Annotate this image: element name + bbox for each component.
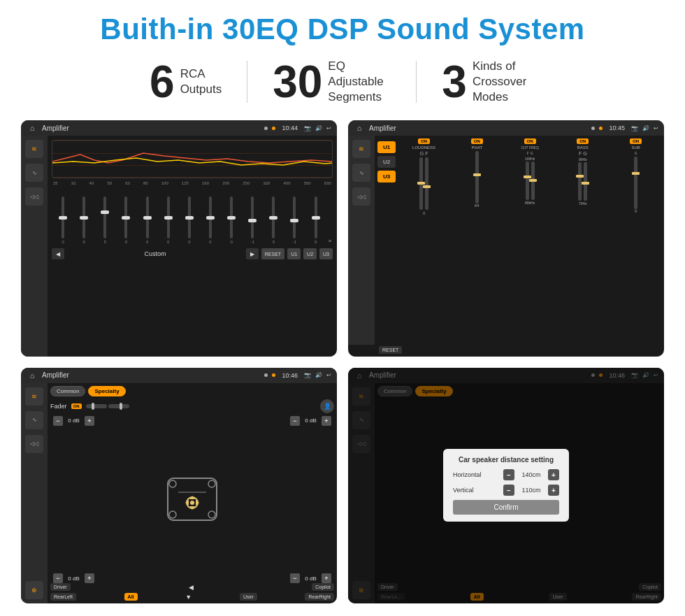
db-plus-tr[interactable]: + bbox=[322, 416, 331, 426]
slider-track[interactable] bbox=[167, 196, 170, 238]
eq-filter-btn[interactable]: ≋ bbox=[25, 140, 43, 158]
eq-wave-btn[interactable]: ∿ bbox=[25, 164, 43, 182]
vertical-minus[interactable]: − bbox=[503, 485, 514, 496]
eq-filter-btn-3[interactable]: ≋ bbox=[25, 387, 43, 406]
slider-thumb[interactable] bbox=[101, 210, 109, 214]
home-icon-3[interactable]: ⌂ bbox=[27, 370, 38, 381]
slider-thumb[interactable] bbox=[80, 216, 88, 220]
db-bot-right: − 0 dB + bbox=[290, 573, 331, 583]
copilot-btn[interactable]: Copilot bbox=[312, 583, 334, 591]
slider-thumb[interactable] bbox=[206, 216, 215, 220]
u2-inactive-btn[interactable]: U2 bbox=[377, 156, 396, 168]
slider-thumb[interactable] bbox=[227, 216, 236, 220]
dot4 bbox=[599, 127, 603, 130]
b-thumb2[interactable] bbox=[582, 182, 589, 185]
slider-track[interactable] bbox=[124, 196, 127, 238]
ls-thumb2[interactable] bbox=[423, 185, 431, 188]
b-thumb1[interactable] bbox=[576, 175, 584, 178]
slider-track[interactable] bbox=[230, 196, 233, 238]
vertical-plus[interactable]: + bbox=[548, 485, 559, 496]
u2-btn[interactable]: U2 bbox=[303, 248, 317, 259]
db-plus-tl[interactable]: + bbox=[85, 416, 94, 426]
tab-specialty[interactable]: Specialty bbox=[88, 386, 125, 396]
db-minus-tl[interactable]: − bbox=[53, 416, 63, 426]
reset-btn-eq[interactable]: RESET bbox=[261, 248, 284, 259]
u3-btn[interactable]: U3 bbox=[319, 248, 333, 259]
b-track2[interactable] bbox=[584, 162, 587, 201]
horizontal-plus[interactable]: + bbox=[548, 469, 559, 480]
slider-thumb[interactable] bbox=[164, 216, 173, 220]
slider-track[interactable] bbox=[188, 196, 191, 238]
fader-track-1[interactable] bbox=[86, 404, 107, 408]
eq-volume-btn[interactable]: ◁◁ bbox=[25, 187, 43, 206]
eq-slider-13: 0 bbox=[306, 196, 326, 244]
slider-track[interactable] bbox=[293, 196, 296, 238]
slider-thumb[interactable] bbox=[269, 216, 277, 220]
slider-track[interactable] bbox=[272, 196, 275, 238]
u1-btn[interactable]: U1 bbox=[287, 248, 301, 259]
confirm-button[interactable]: Confirm bbox=[453, 500, 559, 515]
slider-thumb[interactable] bbox=[312, 216, 320, 220]
expand-btn-3[interactable]: ⊕ bbox=[25, 581, 43, 599]
driver-btn[interactable]: Driver bbox=[50, 583, 71, 591]
slider-thumb[interactable] bbox=[185, 216, 194, 220]
home-icon-2[interactable]: ⌂ bbox=[354, 122, 365, 134]
db-plus-bl[interactable]: + bbox=[85, 573, 94, 583]
slider-thumb[interactable] bbox=[122, 216, 130, 220]
u1-active-btn[interactable]: U1 bbox=[377, 141, 396, 153]
slider-thumb[interactable] bbox=[143, 216, 152, 220]
phat-track[interactable] bbox=[475, 151, 479, 203]
db-minus-bl[interactable]: − bbox=[53, 573, 63, 583]
slider-thumb[interactable] bbox=[290, 219, 298, 222]
tab-common[interactable]: Common bbox=[50, 386, 85, 396]
horizontal-minus[interactable]: − bbox=[503, 469, 514, 480]
ls-track1[interactable] bbox=[419, 157, 423, 210]
phat-thumb[interactable] bbox=[473, 173, 481, 176]
slider-thumb[interactable] bbox=[59, 216, 67, 220]
all-btn[interactable]: All bbox=[124, 593, 138, 601]
cf-thumb1[interactable] bbox=[524, 176, 531, 178]
next-btn[interactable]: ▶ bbox=[246, 248, 259, 259]
user-btn[interactable]: User bbox=[240, 593, 257, 601]
slider-track[interactable] bbox=[251, 196, 254, 238]
eq-filter-btn-2[interactable]: ≋ bbox=[352, 140, 370, 158]
rearleft-btn[interactable]: RearLeft bbox=[50, 593, 76, 601]
back-icon-1[interactable]: ↩ bbox=[326, 125, 331, 131]
slider-track[interactable] bbox=[62, 196, 64, 238]
reset-btn-amp2[interactable]: RESET bbox=[379, 346, 402, 354]
eq-volume-btn-2[interactable]: ◁◁ bbox=[352, 187, 370, 206]
reset-row: RESET bbox=[348, 345, 664, 357]
slider-track[interactable] bbox=[103, 196, 106, 238]
back-icon-2[interactable]: ↩ bbox=[654, 125, 658, 131]
rearright-btn[interactable]: RearRight bbox=[305, 593, 334, 601]
slider-track[interactable] bbox=[82, 196, 85, 238]
cf-track2[interactable] bbox=[531, 162, 535, 200]
db-plus-br[interactable]: + bbox=[322, 573, 331, 583]
fader-thumb-1[interactable] bbox=[92, 403, 94, 410]
prev-btn[interactable]: ◀ bbox=[52, 248, 64, 259]
ls-thumb1[interactable] bbox=[417, 182, 425, 185]
back-icon-3[interactable]: ↩ bbox=[326, 372, 331, 378]
sub-thumb[interactable] bbox=[632, 172, 640, 175]
slider-track[interactable] bbox=[209, 196, 212, 238]
horizontal-row: Horizontal − 140cm + bbox=[453, 469, 559, 480]
cf-thumb2[interactable] bbox=[529, 179, 537, 182]
eq-wave-btn-3[interactable]: ∿ bbox=[25, 411, 43, 429]
slider-track[interactable] bbox=[315, 196, 317, 238]
fader-thumb-2[interactable] bbox=[120, 403, 122, 410]
slider-val: 5 bbox=[104, 240, 106, 244]
slider-thumb[interactable] bbox=[248, 219, 257, 222]
home-icon-1[interactable]: ⌂ bbox=[27, 122, 38, 134]
eq-slider-4: 0 bbox=[116, 196, 136, 244]
eq-wave-btn-2[interactable]: ∿ bbox=[352, 164, 370, 182]
db-minus-tr[interactable]: − bbox=[290, 416, 300, 426]
fader-track-2[interactable] bbox=[108, 404, 129, 408]
ls-track2[interactable] bbox=[425, 157, 428, 210]
cf-track1[interactable] bbox=[526, 162, 529, 200]
u3-btn-amp2[interactable]: U3 bbox=[377, 171, 396, 182]
eq-volume-btn-3[interactable]: ◁◁ bbox=[25, 435, 43, 453]
slider-track[interactable] bbox=[146, 196, 149, 238]
sub-track[interactable] bbox=[634, 157, 637, 209]
db-minus-br[interactable]: − bbox=[290, 573, 300, 583]
expand-arrows[interactable]: » bbox=[329, 238, 331, 244]
